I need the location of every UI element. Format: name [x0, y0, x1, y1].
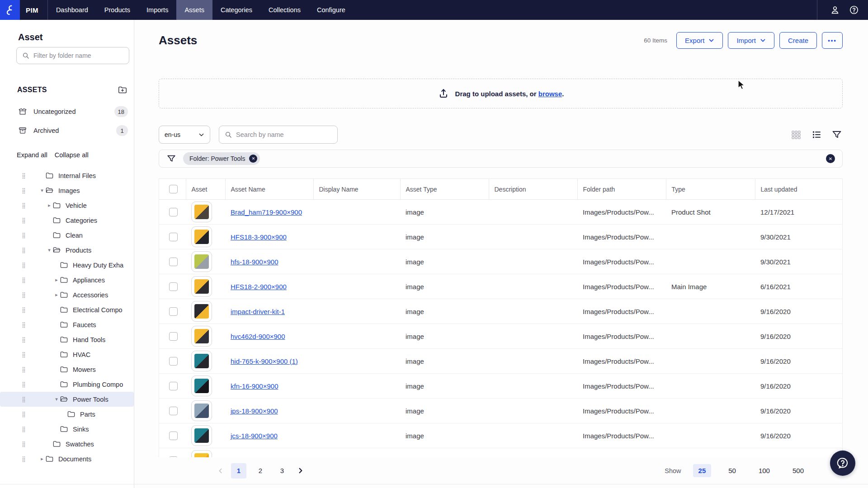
clear-all-filters-button[interactable]: ✕ — [826, 154, 835, 163]
tree-folder-item[interactable]: ⣿ Categories — [0, 213, 134, 228]
tree-folder-item[interactable]: ⣿ Vehicle — [0, 198, 134, 213]
drag-handle-icon[interactable]: ⣿ — [22, 367, 27, 372]
locale-select[interactable]: en-us — [159, 126, 210, 144]
filter-toggle-button[interactable] — [831, 129, 843, 141]
help-icon[interactable] — [848, 4, 860, 16]
asset-name-link[interactable]: impact-driver-kit-1 — [231, 308, 285, 315]
nav-menu-item[interactable]: Collections — [260, 0, 309, 20]
asset-thumbnail[interactable] — [191, 326, 212, 347]
nav-menu-item[interactable]: Assets — [176, 0, 212, 20]
asset-search-input[interactable] — [236, 131, 332, 138]
import-button[interactable]: Import — [728, 32, 774, 49]
export-button[interactable]: Export — [676, 32, 723, 49]
drag-handle-icon[interactable]: ⣿ — [22, 337, 27, 343]
grid-view-button[interactable] — [790, 129, 802, 141]
tree-folder-item[interactable]: ⣿ Heavy Duty Exha — [0, 258, 134, 272]
page-number-button[interactable]: 1 — [231, 463, 246, 479]
support-chat-button[interactable] — [830, 450, 855, 476]
asset-thumbnail[interactable] — [191, 351, 212, 371]
drag-handle-icon[interactable]: ⣿ — [22, 173, 27, 178]
nav-menu-item[interactable]: Dashboard — [48, 0, 96, 20]
row-checkbox[interactable] — [169, 258, 178, 266]
add-folder-button[interactable] — [118, 85, 127, 95]
caret-icon[interactable] — [53, 292, 60, 298]
asset-name-link[interactable]: HFS18-3-900×900 — [231, 233, 287, 241]
drag-handle-icon[interactable]: ⣿ — [22, 322, 27, 328]
tree-folder-item[interactable]: ⣿ Power Tools — [0, 392, 134, 407]
asset-name-link[interactable]: jcs-18-900×900 — [231, 432, 278, 440]
nav-menu-item[interactable]: Configure — [309, 0, 354, 20]
more-actions-button[interactable]: ••• — [822, 32, 843, 49]
asset-thumbnail[interactable] — [191, 400, 212, 421]
tree-folder-item[interactable]: ⣿ Parts — [0, 407, 134, 422]
user-icon[interactable] — [829, 4, 841, 16]
previous-page-button[interactable] — [216, 466, 226, 476]
drag-handle-icon[interactable]: ⣿ — [22, 352, 27, 357]
row-checkbox[interactable] — [169, 282, 178, 291]
tree-folder-item[interactable]: ⣿ Internal Files — [0, 168, 134, 183]
asset-thumbnail[interactable] — [191, 425, 212, 446]
tree-folder-item[interactable]: ⣿ Sinks — [0, 422, 134, 436]
upload-dropzone[interactable]: Drag to upload assets, or browse. — [159, 79, 843, 108]
asset-name-link[interactable]: jps-18-900×900 — [231, 407, 278, 415]
page-size-option[interactable]: 25 — [693, 464, 712, 477]
asset-name-link[interactable]: hfs-18-900×900 — [231, 258, 278, 266]
drag-handle-icon[interactable]: ⣿ — [22, 233, 27, 238]
tree-folder-item[interactable]: ⣿ Accessories — [0, 287, 134, 302]
sidebar-item-uncategorized[interactable]: Uncategorized 18 — [0, 102, 134, 121]
caret-icon[interactable] — [46, 202, 52, 208]
page-size-option[interactable]: 500 — [787, 464, 809, 477]
row-checkbox[interactable] — [169, 233, 178, 241]
list-view-button[interactable] — [811, 129, 822, 141]
drag-handle-icon[interactable]: ⣿ — [22, 427, 27, 432]
row-checkbox[interactable] — [169, 382, 178, 390]
folder-filter-input[interactable] — [33, 52, 123, 59]
asset-name-link[interactable]: hid-765-k-900×900 (1) — [231, 357, 298, 365]
row-checkbox[interactable] — [169, 432, 178, 440]
tree-folder-item[interactable]: ⣿ Faucets — [0, 317, 134, 332]
tree-folder-item[interactable]: ⣿ Swatches — [0, 436, 134, 451]
row-checkbox[interactable] — [169, 407, 178, 415]
drag-handle-icon[interactable]: ⣿ — [22, 263, 27, 268]
drag-handle-icon[interactable]: ⣿ — [22, 307, 27, 313]
select-all-checkbox[interactable] — [169, 185, 178, 193]
app-logo[interactable] — [0, 0, 20, 20]
asset-name-link[interactable]: hvc462d-900×900 — [231, 333, 285, 340]
asset-thumbnail[interactable] — [191, 450, 212, 457]
caret-icon[interactable] — [53, 396, 60, 402]
asset-thumbnail[interactable] — [191, 202, 212, 222]
caret-icon[interactable] — [53, 277, 60, 283]
sidebar-item-archived[interactable]: Archived 1 — [0, 121, 134, 140]
drag-handle-icon[interactable]: ⣿ — [22, 412, 27, 417]
row-checkbox[interactable] — [169, 332, 178, 341]
drag-handle-icon[interactable]: ⣿ — [22, 382, 27, 387]
browse-link[interactable]: browse — [538, 90, 562, 98]
nav-menu-item[interactable]: Products — [96, 0, 138, 20]
drag-handle-icon[interactable]: ⣿ — [22, 248, 27, 253]
tree-folder-item[interactable]: ⣿ Clean — [0, 228, 134, 243]
drag-handle-icon[interactable]: ⣿ — [22, 456, 27, 462]
page-number-button[interactable]: 3 — [274, 463, 290, 479]
asset-name-link[interactable]: Brad_ham719-900×900 — [231, 208, 302, 216]
page-number-button[interactable]: 2 — [253, 463, 268, 479]
row-checkbox[interactable] — [169, 307, 178, 316]
caret-icon[interactable] — [39, 188, 45, 193]
folder-filter-field[interactable] — [16, 47, 129, 64]
create-button[interactable]: Create — [779, 32, 817, 49]
drag-handle-icon[interactable]: ⣿ — [22, 203, 27, 208]
asset-name-link[interactable]: kfn-16-900×900 — [231, 382, 278, 390]
tree-folder-item[interactable]: ⣿ Appliances — [0, 272, 134, 287]
drag-handle-icon[interactable]: ⣿ — [22, 277, 27, 283]
tree-folder-item[interactable]: ⣿ Hand Tools — [0, 332, 134, 347]
tree-folder-item[interactable]: ⣿ Images — [0, 183, 134, 198]
drag-handle-icon[interactable]: ⣿ — [22, 292, 27, 298]
next-page-button[interactable] — [295, 466, 305, 476]
tree-folder-item[interactable]: ⣿ Mowers — [0, 362, 134, 377]
drag-handle-icon[interactable]: ⣿ — [22, 218, 27, 223]
caret-icon[interactable] — [39, 456, 45, 462]
row-checkbox[interactable] — [169, 208, 178, 216]
drag-handle-icon[interactable]: ⣿ — [22, 397, 27, 402]
page-size-option[interactable]: 100 — [753, 464, 775, 477]
asset-thumbnail[interactable] — [191, 226, 212, 247]
row-checkbox[interactable] — [169, 456, 178, 457]
